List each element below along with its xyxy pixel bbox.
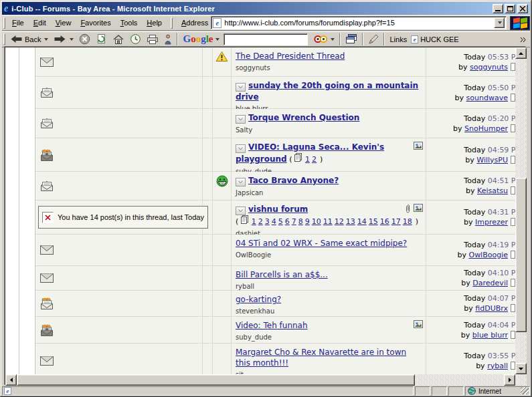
- thread-row: go-karting?stevenkhauToday 04:07 PMby fi…: [19, 291, 515, 317]
- menu-tools[interactable]: Tools: [116, 17, 143, 29]
- thread-title-link[interactable]: Torque Wrench Question: [248, 113, 359, 122]
- go-to-last-post-icon[interactable]: [511, 304, 515, 312]
- page-link[interactable]: 8: [298, 217, 303, 226]
- refresh-button[interactable]: [93, 33, 110, 45]
- page-link[interactable]: 4: [272, 217, 276, 226]
- last-poster-link[interactable]: fidDUBrx: [475, 304, 508, 313]
- scroll-up-button[interactable]: [515, 47, 527, 59]
- go-to-last-post-icon[interactable]: [511, 63, 515, 71]
- page-link[interactable]: 16: [380, 217, 389, 226]
- last-post-date: Today: [464, 176, 487, 185]
- go-to-last-post-icon[interactable]: [511, 251, 515, 259]
- last-poster-link[interactable]: soundwave: [466, 94, 508, 102]
- thread-title-link[interactable]: Bill Parcells is an a$$...: [236, 270, 328, 279]
- page-link[interactable]: 18: [403, 217, 412, 226]
- menu-edit[interactable]: Edit: [29, 17, 51, 29]
- page-link[interactable]: 7: [292, 217, 296, 226]
- last-post-cell: Today 05:20 PMby SnoHumper: [426, 109, 515, 138]
- thread-dropdown-button[interactable]: [236, 207, 246, 215]
- page-link[interactable]: 17: [391, 217, 401, 226]
- page-link[interactable]: 2: [258, 217, 263, 226]
- scroll-down-button[interactable]: [515, 363, 527, 374]
- thread-dropdown-button[interactable]: [236, 178, 246, 186]
- page-link[interactable]: 15: [369, 217, 378, 226]
- go-to-last-post-icon[interactable]: [511, 362, 515, 370]
- address-bar-grip[interactable]: [171, 17, 173, 29]
- go-to-last-post-icon[interactable]: [511, 156, 515, 164]
- title-bar: i-Club -- Forums - Bay Area - Microsoft …: [2, 2, 530, 15]
- toolbar-grip[interactable]: [3, 17, 5, 29]
- page-link[interactable]: 1: [305, 155, 310, 164]
- page-link[interactable]: 3: [265, 217, 270, 226]
- back-button[interactable]: Back: [7, 33, 51, 45]
- go-to-last-post-icon[interactable]: [511, 124, 515, 132]
- thread-title-link[interactable]: go-karting?: [236, 295, 281, 304]
- page-link[interactable]: 14: [357, 217, 367, 226]
- last-poster-link[interactable]: WillysPU: [476, 156, 508, 164]
- thread-title-link[interactable]: Margaret Cho & Rex Navarette are in town…: [236, 348, 406, 368]
- page-link[interactable]: 1: [252, 217, 256, 226]
- thread-dropdown-button[interactable]: [236, 83, 246, 92]
- page-link[interactable]: 11: [323, 217, 333, 226]
- highlight-button[interactable]: [365, 33, 381, 45]
- go-to-last-post-icon[interactable]: [511, 331, 515, 339]
- home-button[interactable]: [110, 33, 127, 45]
- thread-dropdown-button[interactable]: [236, 144, 246, 153]
- google-menu-chevron-icon[interactable]: [215, 38, 219, 41]
- stop-button[interactable]: [76, 33, 93, 45]
- scroll-right-button[interactable]: [504, 374, 515, 386]
- thread-title-link[interactable]: Video: Teh funnah: [236, 321, 308, 330]
- google-search-input[interactable]: [224, 33, 308, 45]
- vertical-scrollbar[interactable]: [515, 47, 527, 374]
- thread-title-link[interactable]: Taco Bravo Anyone?: [248, 176, 339, 185]
- highlighter-pen-icon: [368, 34, 379, 45]
- cascade-windows-button[interactable]: [343, 33, 360, 45]
- forward-button[interactable]: [51, 33, 76, 45]
- horizontal-scroll-thumb[interactable]: [17, 374, 415, 386]
- last-poster-link[interactable]: soggynuts: [470, 63, 508, 72]
- thread-title-link[interactable]: vishnu forum: [248, 205, 308, 214]
- thread-title-link[interactable]: sunday the 20th going on a mountain driv…: [236, 81, 418, 102]
- page-link[interactable]: 13: [346, 217, 355, 226]
- minimize-button[interactable]: [493, 4, 503, 13]
- page-link[interactable]: 2: [312, 155, 317, 164]
- scroll-left-button[interactable]: [5, 374, 17, 386]
- eyes-button[interactable]: [311, 34, 337, 44]
- last-poster-link[interactable]: Daredevil: [472, 279, 508, 287]
- horizontal-scrollbar[interactable]: [5, 374, 515, 386]
- address-dropdown-button[interactable]: [494, 17, 505, 28]
- go-to-last-post-icon[interactable]: [511, 186, 515, 194]
- history-button[interactable]: [127, 33, 144, 45]
- last-poster-link[interactable]: OwlBoogie: [468, 251, 508, 259]
- menu-favorites[interactable]: Favorites: [76, 17, 115, 29]
- print-button[interactable]: [144, 33, 161, 45]
- page-link[interactable]: 5: [278, 217, 283, 226]
- last-poster-link[interactable]: Keisatsu: [477, 186, 508, 195]
- thread-dropdown-button[interactable]: [236, 115, 246, 124]
- standard-toolbar-grip[interactable]: [3, 33, 5, 45]
- page-link[interactable]: 6: [285, 217, 290, 226]
- last-poster-link[interactable]: Imprezer: [475, 218, 508, 227]
- page-link[interactable]: 12: [335, 217, 344, 226]
- go-to-last-post-icon[interactable]: [511, 218, 515, 226]
- messenger-button[interactable]: [161, 33, 175, 45]
- window-resize-grip[interactable]: [521, 387, 529, 394]
- go-to-last-post-icon[interactable]: [511, 279, 515, 287]
- last-poster-link[interactable]: SnoHumper: [464, 124, 508, 133]
- menu-help[interactable]: Help: [142, 17, 167, 29]
- maximize-button[interactable]: [505, 4, 515, 13]
- thread-title-link[interactable]: 04 STi and 02 WRX - Same exact midpipe?: [236, 239, 407, 248]
- thread-title-link[interactable]: The Dead President Thread: [236, 51, 345, 61]
- links-bar-favorite[interactable]: HUCK GEE: [411, 35, 458, 43]
- page-link[interactable]: 10: [312, 217, 321, 226]
- go-to-last-post-icon[interactable]: [511, 94, 515, 102]
- last-poster-link[interactable]: ryball: [487, 362, 508, 370]
- vertical-scroll-thumb[interactable]: [515, 178, 527, 332]
- address-input[interactable]: [224, 19, 494, 27]
- last-poster-link[interactable]: blue blurr: [472, 331, 508, 340]
- menu-view[interactable]: View: [51, 17, 76, 29]
- page-link[interactable]: 9: [305, 217, 310, 226]
- toolbar-overflow-button[interactable]: [520, 33, 526, 45]
- menu-file[interactable]: File: [7, 17, 29, 29]
- close-button[interactable]: [517, 4, 528, 13]
